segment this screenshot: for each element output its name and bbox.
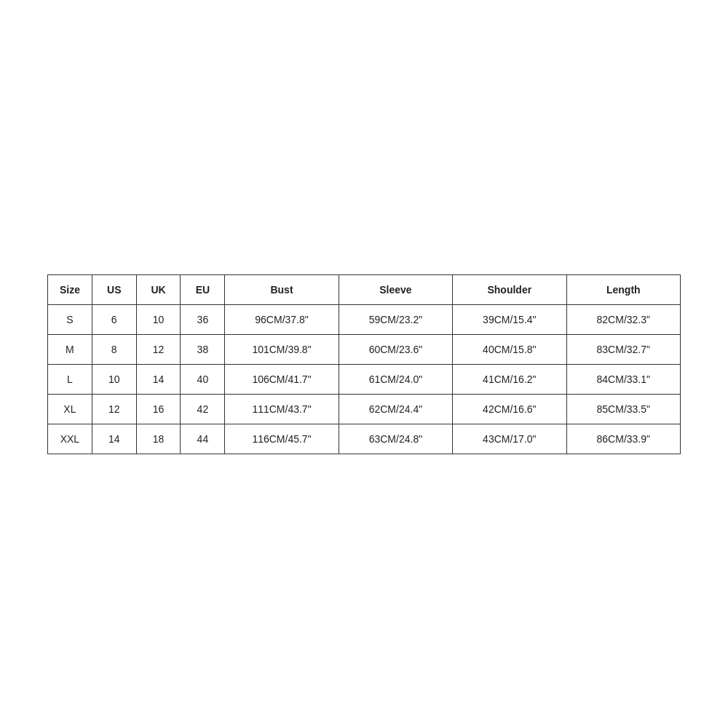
size-chart-wrapper: Size US UK EU Bust Sleeve Shoulder Lengt… bbox=[47, 274, 681, 454]
cell-eu: 42 bbox=[181, 394, 225, 424]
cell-sleeve: 62CM/24.4" bbox=[339, 394, 452, 424]
table-header-row: Size US UK EU Bust Sleeve Shoulder Lengt… bbox=[48, 274, 681, 304]
cell-sleeve: 59CM/23.2" bbox=[339, 304, 452, 334]
cell-us: 6 bbox=[92, 304, 136, 334]
cell-bust: 111CM/43.7" bbox=[225, 394, 339, 424]
cell-us: 14 bbox=[92, 424, 136, 454]
cell-eu: 38 bbox=[181, 334, 225, 364]
cell-eu: 36 bbox=[181, 304, 225, 334]
header-length: Length bbox=[566, 274, 680, 304]
cell-eu: 40 bbox=[181, 364, 225, 394]
cell-size: S bbox=[48, 304, 92, 334]
cell-bust: 116CM/45.7" bbox=[225, 424, 339, 454]
header-sleeve: Sleeve bbox=[339, 274, 452, 304]
table-row: XL121642111CM/43.7"62CM/24.4"42CM/16.6"8… bbox=[48, 394, 681, 424]
cell-size: XXL bbox=[48, 424, 92, 454]
cell-length: 84CM/33.1" bbox=[566, 364, 680, 394]
header-bust: Bust bbox=[225, 274, 339, 304]
cell-bust: 101CM/39.8" bbox=[225, 334, 339, 364]
cell-length: 82CM/32.3" bbox=[566, 304, 680, 334]
cell-sleeve: 60CM/23.6" bbox=[339, 334, 452, 364]
cell-bust: 96CM/37.8" bbox=[225, 304, 339, 334]
cell-length: 83CM/32.7" bbox=[566, 334, 680, 364]
cell-size: L bbox=[48, 364, 92, 394]
size-chart-table: Size US UK EU Bust Sleeve Shoulder Lengt… bbox=[47, 274, 681, 454]
header-eu: EU bbox=[181, 274, 225, 304]
table-row: M81238101CM/39.8"60CM/23.6"40CM/15.8"83C… bbox=[48, 334, 681, 364]
cell-shoulder: 41CM/16.2" bbox=[453, 364, 566, 394]
header-us: US bbox=[92, 274, 136, 304]
cell-uk: 14 bbox=[136, 364, 181, 394]
table-row: XXL141844116CM/45.7"63CM/24.8"43CM/17.0"… bbox=[48, 424, 681, 454]
cell-shoulder: 39CM/15.4" bbox=[453, 304, 566, 334]
cell-us: 10 bbox=[92, 364, 136, 394]
table-row: S6103696CM/37.8"59CM/23.2"39CM/15.4"82CM… bbox=[48, 304, 681, 334]
cell-uk: 10 bbox=[136, 304, 181, 334]
cell-shoulder: 43CM/17.0" bbox=[453, 424, 566, 454]
cell-size: M bbox=[48, 334, 92, 364]
cell-bust: 106CM/41.7" bbox=[225, 364, 339, 394]
cell-length: 85CM/33.5" bbox=[566, 394, 680, 424]
cell-uk: 18 bbox=[136, 424, 181, 454]
cell-eu: 44 bbox=[181, 424, 225, 454]
cell-us: 8 bbox=[92, 334, 136, 364]
cell-shoulder: 42CM/16.6" bbox=[453, 394, 566, 424]
cell-uk: 12 bbox=[136, 334, 181, 364]
header-uk: UK bbox=[136, 274, 181, 304]
cell-shoulder: 40CM/15.8" bbox=[453, 334, 566, 364]
table-row: L101440106CM/41.7"61CM/24.0"41CM/16.2"84… bbox=[48, 364, 681, 394]
header-shoulder: Shoulder bbox=[453, 274, 566, 304]
cell-length: 86CM/33.9" bbox=[566, 424, 680, 454]
cell-sleeve: 61CM/24.0" bbox=[339, 364, 452, 394]
cell-size: XL bbox=[48, 394, 92, 424]
cell-us: 12 bbox=[92, 394, 136, 424]
cell-uk: 16 bbox=[136, 394, 181, 424]
header-size: Size bbox=[48, 274, 92, 304]
cell-sleeve: 63CM/24.8" bbox=[339, 424, 452, 454]
